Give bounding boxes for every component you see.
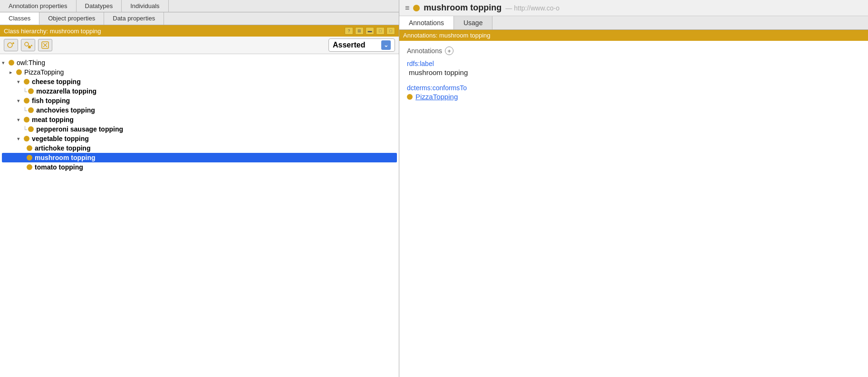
annotations-section-title: Annotations +: [407, 47, 860, 55]
add-annotation-button[interactable]: +: [445, 47, 453, 55]
right-tabs: Annotations Usage: [399, 16, 868, 30]
toolbar: Asserted ⌄: [0, 37, 399, 54]
tab-datatypes[interactable]: Datatypes: [77, 0, 122, 12]
annotation-dot-dcterms: [407, 94, 413, 100]
tree-dot-pizza-topping: [16, 69, 22, 75]
header-icon-minus[interactable]: ▬: [366, 27, 374, 35]
tree-label-mushroom-topping: mushroom topping: [35, 154, 96, 161]
header-icon-grid[interactable]: ⊞: [355, 27, 364, 35]
tree-arrow-meat-topping: [17, 117, 24, 123]
tree-label-vegetable-topping: vegetable topping: [32, 135, 89, 142]
annotation-key-dcterms[interactable]: dcterms:conformsTo: [407, 84, 860, 92]
tree-node-tomato-topping[interactable]: tomato topping: [2, 162, 397, 172]
top-tab-row: Annotation properties Datatypes Individu…: [0, 0, 399, 12]
tree-dot-owl-thing: [9, 60, 14, 66]
tree-node-artichoke-topping[interactable]: artichoke topping: [2, 143, 397, 153]
tree-label-anchovies-topping: anchovies topping: [36, 106, 95, 114]
delete-class-button[interactable]: [38, 39, 52, 51]
tree-node-anchovies-topping[interactable]: └ anchovies topping: [2, 105, 397, 115]
tree-dot-fish-topping: [24, 98, 29, 104]
tab-usage[interactable]: Usage: [454, 16, 492, 29]
tree-label-mozzarella-topping: mozzarella topping: [36, 87, 96, 95]
tree-arrow-fish-topping: [17, 98, 24, 104]
tree-dot-meat-topping: [24, 117, 29, 123]
tab-data-properties[interactable]: Data properties: [104, 12, 164, 25]
hierarchy-header-icons: ? ⊞ ▬ □ □: [345, 27, 395, 35]
header-icon-box2[interactable]: □: [386, 27, 395, 35]
svg-point-3: [25, 42, 29, 46]
right-header-url: — http://www.co-o: [505, 4, 559, 12]
tree-dot-mushroom-topping: [27, 155, 32, 160]
tree-line-anchovies: └: [23, 107, 27, 114]
svg-point-4: [28, 46, 31, 48]
tree-node-mushroom-topping[interactable]: mushroom topping: [2, 153, 397, 162]
tree-label-owl-thing: owl:Thing: [17, 59, 45, 66]
tree-arrow-cheese-topping: [17, 79, 24, 85]
tree-container[interactable]: owl:Thing PizzaTopping cheese topping └ …: [0, 54, 399, 377]
tree-label-cheese-topping: cheese topping: [32, 78, 81, 85]
left-panel: Annotation properties Datatypes Individu…: [0, 0, 399, 377]
tree-node-meat-topping[interactable]: meat topping: [2, 115, 397, 124]
add-class-icon: [7, 41, 15, 49]
asserted-label: Asserted: [333, 41, 365, 49]
right-header-dot: [413, 5, 420, 11]
tree-node-cheese-topping[interactable]: cheese topping: [2, 77, 397, 86]
tree-line-pepperoni: └: [23, 126, 27, 133]
annotation-item-dcterms: dcterms:conformsTo PizzaTopping: [407, 84, 860, 101]
tree-dot-mozzarella-topping: [28, 88, 34, 94]
add-subclass-icon: [24, 41, 32, 49]
asserted-chevron-icon: ⌄: [381, 40, 391, 50]
tree-dot-cheese-topping: [24, 79, 29, 85]
tab-classes[interactable]: Classes: [0, 12, 39, 25]
tab-object-properties[interactable]: Object properties: [39, 12, 104, 25]
tree-node-pepperoni-topping[interactable]: └ pepperoni sausage topping: [2, 124, 397, 134]
add-subclass-button[interactable]: [21, 39, 35, 51]
annotation-value-rdfs-label: mushroom topping: [407, 68, 860, 76]
tree-dot-anchovies-topping: [28, 107, 34, 113]
annotation-item-rdfs-label: rdfs:label mushroom topping: [407, 60, 860, 76]
annotation-link-pizza-topping[interactable]: PizzaTopping: [415, 93, 458, 101]
right-panel: ≡ mushroom topping — http://www.co-o Ann…: [399, 0, 868, 377]
hierarchy-header: Class hierarchy: mushroom topping ? ⊞ ▬ …: [0, 25, 399, 37]
tree-node-pizza-topping[interactable]: PizzaTopping: [2, 67, 397, 77]
tree-line-mozzarella: └: [23, 88, 27, 95]
tree-arrow-vegetable-topping: [17, 136, 24, 142]
annotation-value-dcterms: PizzaTopping: [407, 93, 860, 101]
delete-class-icon: [41, 41, 49, 49]
annotations-header: Annotations: mushroom topping: [399, 30, 868, 41]
annotations-label: Annotations: [407, 47, 442, 55]
tree-dot-artichoke-topping: [27, 145, 32, 151]
annotations-body: Annotations + rdfs:label mushroom toppin…: [399, 41, 868, 377]
tree-dot-vegetable-topping: [24, 136, 29, 141]
tab-annotations[interactable]: Annotations: [399, 16, 454, 29]
tree-node-vegetable-topping[interactable]: vegetable topping: [2, 134, 397, 143]
menu-icon[interactable]: ≡: [405, 4, 409, 12]
tree-arrow-owl-thing: [2, 60, 9, 66]
tree-dot-tomato-topping: [27, 164, 32, 170]
add-class-button[interactable]: [4, 39, 18, 51]
tree-node-fish-topping[interactable]: fish topping: [2, 96, 397, 105]
tree-label-fish-topping: fish topping: [32, 97, 70, 104]
bottom-tab-row: Classes Object properties Data propertie…: [0, 12, 399, 25]
tree-label-tomato-topping: tomato topping: [35, 163, 83, 171]
tree-arrow-pizza-topping: [10, 69, 16, 75]
tab-annotation-properties[interactable]: Annotation properties: [0, 0, 77, 12]
tree-label-pepperoni-topping: pepperoni sausage topping: [36, 125, 123, 133]
right-header: ≡ mushroom topping — http://www.co-o: [399, 0, 868, 16]
hierarchy-header-title: Class hierarchy: mushroom topping: [4, 28, 101, 35]
tree-node-owl-thing[interactable]: owl:Thing: [2, 58, 397, 67]
tree-dot-pepperoni-topping: [28, 126, 34, 132]
header-icon-question[interactable]: ?: [345, 27, 353, 35]
svg-point-0: [8, 43, 12, 47]
tree-label-artichoke-topping: artichoke topping: [35, 144, 90, 152]
annotation-key-rdfs-label[interactable]: rdfs:label: [407, 60, 860, 67]
tab-individuals[interactable]: Individuals: [122, 0, 168, 12]
asserted-dropdown[interactable]: Asserted ⌄: [328, 38, 395, 52]
tree-node-mozzarella-topping[interactable]: └ mozzarella topping: [2, 86, 397, 96]
right-header-title: mushroom topping: [424, 3, 502, 13]
tree-label-pizza-topping: PizzaTopping: [24, 68, 64, 76]
tree-label-meat-topping: meat topping: [32, 116, 74, 123]
header-icon-box1[interactable]: □: [376, 27, 385, 35]
